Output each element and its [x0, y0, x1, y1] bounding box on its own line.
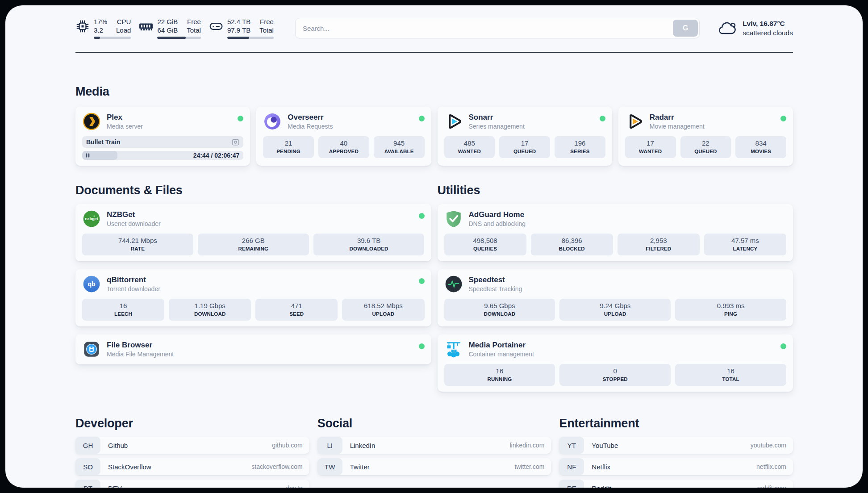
- app-card-radarr[interactable]: Radarr Movie management 17 WANTED 22 QUE…: [618, 107, 793, 166]
- app-description: Media File Management: [107, 350, 174, 358]
- stat-tile: 17 QUEUED: [499, 136, 550, 158]
- bookmark-abbr: NF: [559, 458, 584, 475]
- app-name: Media Portainer: [469, 340, 534, 350]
- app-card-speedtest[interactable]: Speedtest Speedtest Tracking 9.65 Gbps D…: [438, 269, 793, 326]
- bookmark-reddit[interactable]: RE Reddit reddit.com: [559, 480, 793, 488]
- stat-label: MOVIES: [737, 148, 785, 155]
- stat-value: 834: [737, 139, 785, 147]
- bookmark-linkedin[interactable]: LI LinkedIn linkedin.com: [317, 437, 551, 454]
- stat-tile: 945 AVAILABLE: [374, 136, 425, 158]
- app-description: Speedtest Tracking: [469, 285, 522, 293]
- app-name: qBittorrent: [107, 275, 160, 284]
- disk-total-value: 97.9 TB: [227, 26, 250, 34]
- stat-tile: 17 WANTED: [625, 136, 676, 158]
- ram-metric: 22 GiB Free 64 GiB Total: [139, 17, 201, 39]
- app-description: Movie management: [650, 122, 705, 130]
- stat-value: 86,396: [533, 236, 611, 245]
- stat-tile: 9.65 Gbps DOWNLOAD: [444, 299, 555, 321]
- bookmark-stackoverflow[interactable]: SO StackOverflow stackoverflow.com: [75, 458, 309, 475]
- stat-label: APPROVED: [320, 148, 367, 155]
- app-name: File Browser: [107, 340, 174, 350]
- stat-label: UPLOAD: [561, 311, 669, 318]
- cpu-metric: 17% CPU 3.2 Load: [75, 17, 131, 39]
- app-card-qbittorrent[interactable]: qb qBittorrent Torrent downloader 16 LEE…: [75, 269, 431, 326]
- section-title-media: Media: [75, 85, 793, 99]
- bookmark-section-entertainment: Entertainment YT YouTube youtube.com NF …: [559, 417, 793, 488]
- bookmark-netflix[interactable]: NF Netflix netflix.com: [559, 458, 793, 475]
- weather-widget: Lviv, 16.87°C scattered clouds: [718, 19, 793, 38]
- session-info-icon[interactable]: [232, 139, 239, 146]
- bookmark-twitter[interactable]: TW Twitter twitter.com: [317, 458, 551, 475]
- stat-label: WANTED: [627, 148, 674, 155]
- app-name: AdGuard Home: [469, 210, 526, 219]
- svg-text:qb: qb: [88, 280, 95, 288]
- stat-value: 47.57 ms: [706, 236, 785, 245]
- bookmark-url: linkedin.com: [510, 442, 551, 449]
- stat-tile: 16 TOTAL: [675, 364, 786, 386]
- bookmark-abbr: DT: [75, 480, 100, 488]
- stat-label: WANTED: [446, 148, 493, 155]
- stat-label: LEECH: [84, 311, 163, 318]
- stat-tile: 471 SEED: [255, 299, 338, 321]
- stat-value: 1.19 Gbps: [171, 301, 249, 310]
- playback-progress-bar[interactable]: 24:44 / 02:06:47: [82, 151, 243, 160]
- search-engine-button[interactable]: G: [673, 20, 698, 37]
- app-card-nzbget[interactable]: nzbget NZBGet Usenet downloader 744.21 M…: [75, 204, 431, 261]
- qbittorrent-icon: qb: [82, 275, 101, 293]
- stat-value: 945: [376, 139, 423, 147]
- bookmark-url: netflix.com: [756, 463, 793, 470]
- bookmark-name: DEV: [108, 485, 122, 488]
- stat-label: RATE: [84, 246, 192, 252]
- status-online-dot: [419, 343, 425, 349]
- stat-label: PENDING: [265, 148, 312, 155]
- adguard-icon: [444, 209, 463, 228]
- status-online-dot: [238, 116, 243, 121]
- stat-tile: 39.6 TB DOWNLOADED: [313, 234, 425, 255]
- bookmark-url: stackoverflow.com: [251, 463, 309, 470]
- bookmark-name: Netflix: [592, 463, 610, 471]
- stat-label: QUEUED: [682, 148, 730, 155]
- stat-tile: 0.993 ms PING: [675, 299, 786, 321]
- stat-label: REMAINING: [200, 246, 307, 252]
- plex-icon: [82, 112, 101, 131]
- stat-tile: 498,508 QUERIES: [444, 234, 526, 255]
- status-online-dot: [419, 213, 425, 219]
- cpu-progress-bar: [94, 37, 131, 39]
- search-input[interactable]: [296, 25, 673, 32]
- status-online-dot: [780, 343, 786, 349]
- stat-value: 16: [446, 367, 554, 375]
- bookmark-section-social: Social LI LinkedIn linkedin.com TW Twitt…: [317, 417, 551, 488]
- bookmark-url: reddit.com: [757, 485, 793, 488]
- status-online-dot: [419, 278, 425, 284]
- app-card-plex[interactable]: Plex Media server Bullet Train: [75, 107, 250, 166]
- stat-value: 17: [627, 139, 674, 147]
- stat-tile: 9.24 Gbps UPLOAD: [559, 299, 671, 321]
- disk-progress-bar: [227, 37, 274, 39]
- status-online-dot: [780, 116, 786, 121]
- stat-label: BLOCKED: [533, 246, 611, 252]
- status-online-dot: [600, 116, 605, 121]
- app-card-overseerr[interactable]: Overseerr Media Requests 21 PENDING 40 A…: [256, 107, 431, 166]
- app-card-sonarr[interactable]: Sonarr Series management 485 WANTED 17 Q…: [438, 107, 612, 166]
- bookmark-github[interactable]: GH Github github.com: [75, 437, 309, 454]
- app-description: Media Requests: [288, 122, 333, 130]
- app-card-adguard[interactable]: AdGuard Home DNS and adblocking 498,508 …: [438, 204, 793, 261]
- stat-value: 471: [257, 301, 336, 310]
- app-card-filebrowser[interactable]: File Browser Media File Management: [75, 334, 431, 364]
- stat-label: RUNNING: [446, 376, 554, 383]
- stat-value: 39.6 TB: [315, 236, 423, 245]
- app-card-portainer[interactable]: Media Portainer Container management 16 …: [438, 334, 793, 392]
- bookmark-abbr: LI: [317, 437, 342, 454]
- bookmark-url: youtube.com: [751, 442, 793, 449]
- bookmark-abbr: RE: [559, 480, 584, 488]
- section-title-entertainment: Entertainment: [559, 417, 793, 430]
- overseerr-icon: [263, 112, 282, 131]
- app-name: Overseerr: [288, 113, 333, 122]
- pause-icon[interactable]: [86, 153, 90, 158]
- bookmark-dev[interactable]: DT DEV dev.to: [75, 480, 309, 488]
- top-bar: 17% CPU 3.2 Load 22 GiB: [75, 17, 793, 40]
- bookmark-youtube[interactable]: YT YouTube youtube.com: [559, 437, 793, 454]
- ram-free-value: 22 GiB: [157, 17, 178, 26]
- now-playing-title: Bullet Train: [86, 138, 232, 146]
- stat-label: PING: [677, 311, 785, 318]
